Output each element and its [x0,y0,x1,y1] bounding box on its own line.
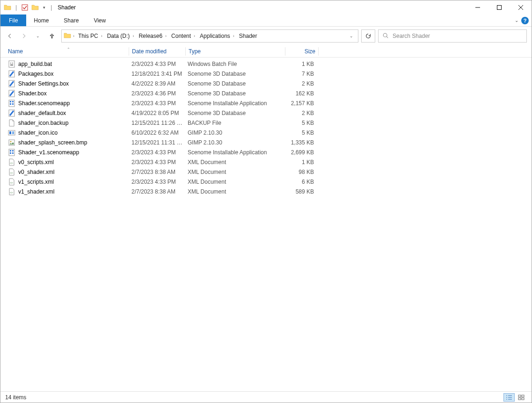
file-list[interactable]: app_build.bat2/3/2023 4:33 PMWindows Bat… [0,58,532,391]
file-date: 12/15/2021 11:26 … [129,120,185,126]
file-row[interactable]: shader_default.box4/19/2022 8:05 PMSceno… [0,108,532,118]
file-size: 1,335 KB [284,139,317,146]
file-date: 6/10/2022 6:32 AM [129,130,185,136]
file-icon: </> [8,188,15,195]
file-name: v1_shader.xml [18,188,54,195]
file-name: Packages.box [18,71,53,77]
properties-icon[interactable] [21,3,29,12]
crumb-this-pc[interactable]: This PC› [76,33,104,39]
file-type: Scenome 3D Database [185,90,284,97]
file-icon [8,129,15,137]
file-icon [8,90,15,97]
file-tab[interactable]: File [0,14,26,26]
column-date[interactable]: Date modified [129,48,185,55]
file-name: Shader.scenomeapp [18,100,70,107]
file-name: app_build.bat [18,61,52,67]
file-row[interactable]: Shader_v1.scenomeapp2/3/2023 4:33 PMScen… [0,147,532,157]
file-row[interactable]: Packages.box12/18/2021 3:41 PMScenome 3D… [0,69,532,79]
crumb-shader[interactable]: Shader [237,33,259,39]
folder-icon [3,3,12,12]
file-row[interactable]: shader_icon.ico6/10/2022 6:32 AMGIMP 2.1… [0,128,532,137]
file-type: Scenome 3D Database [185,80,284,87]
file-name: v1_scripts.xml [18,179,54,185]
column-name[interactable]: ⌃ Name [8,48,129,55]
crumb-content[interactable]: Content› [169,33,197,39]
svg-rect-21 [9,131,11,134]
svg-rect-23 [9,140,15,145]
file-type: XML Document [185,169,284,175]
crumb-data-d[interactable]: Data (D:)› [105,33,136,39]
file-row[interactable]: Shader.scenomeapp2/3/2023 4:33 PMScenome… [0,98,532,108]
column-size[interactable]: Size [285,48,318,55]
ribbon-expand-icon[interactable]: ⌄ [515,18,518,23]
svg-rect-43 [522,398,524,400]
qat-dropdown-icon[interactable]: ▾ [41,3,47,12]
view-large-icons-button[interactable] [516,393,527,402]
minimize-button[interactable] [467,0,488,14]
file-date: 2/3/2023 4:33 PM [129,179,185,185]
column-type[interactable]: Type [186,48,285,55]
file-name: shader_default.box [18,110,66,116]
view-details-button[interactable] [503,393,515,402]
file-size: 5 KB [284,120,317,126]
file-row[interactable]: </>v1_shader.xml2/7/2023 8:38 AMXML Docu… [0,187,532,196]
file-size: 589 KB [284,188,317,195]
tab-view[interactable]: View [86,14,113,26]
tab-home[interactable]: Home [26,14,56,26]
address-dropdown-icon[interactable]: ⌄ [347,34,356,38]
search-icon [382,32,389,40]
svg-point-5 [383,33,387,37]
file-type: Scenome Installable Application [185,149,284,156]
help-icon[interactable]: ? [521,17,529,24]
search-input[interactable] [393,33,523,39]
svg-rect-18 [12,103,14,105]
nav-up-button[interactable] [47,31,57,41]
svg-rect-25 [9,149,15,156]
file-size: 162 KB [284,90,317,97]
svg-rect-40 [518,395,521,397]
file-row[interactable]: Shader.box2/3/2023 4:36 PMScenome 3D Dat… [0,88,532,98]
file-date: 2/3/2023 4:36 PM [129,90,185,97]
new-folder-icon[interactable] [31,3,39,12]
file-row[interactable]: </>v0_scripts.xml2/3/2023 4:33 PMXML Doc… [0,157,532,167]
file-row[interactable]: shader_icon.backup12/15/2021 11:26 …BACK… [0,118,532,128]
file-date: 4/19/2022 8:05 PM [129,110,185,116]
sort-indicator-icon: ⌃ [67,47,70,51]
file-date: 4/2/2022 8:39 AM [129,80,185,87]
svg-rect-0 [22,5,28,10]
file-size: 7 KB [284,71,317,77]
nav-forward-button[interactable] [19,31,29,41]
crumb-release6[interactable]: Release6› [137,33,168,39]
nav-recent-dropdown[interactable]: ⌄ [33,31,43,41]
maximize-button[interactable] [488,0,510,14]
svg-rect-41 [522,395,524,397]
file-type: XML Document [185,179,284,185]
address-bar[interactable]: › This PC› Data (D:)› Release6› Content›… [61,29,358,43]
file-row[interactable]: </>v0_shader.xml2/7/2023 8:38 AMXML Docu… [0,167,532,177]
file-row[interactable]: shader_splash_screen.bmp12/15/2021 11:31… [0,137,532,147]
file-type: XML Document [185,159,284,166]
search-box[interactable] [378,29,527,43]
refresh-button[interactable] [361,29,375,43]
svg-rect-26 [10,150,11,151]
file-type: GIMP 2.10.30 [185,139,284,146]
file-name: v0_scripts.xml [18,159,54,166]
file-icon [8,70,15,78]
file-name: shader_splash_screen.bmp [18,139,87,146]
tab-share[interactable]: Share [56,14,86,26]
address-root-chevron[interactable]: › [73,34,74,38]
close-button[interactable] [510,0,532,14]
file-icon [8,149,15,156]
nav-back-button[interactable] [5,31,15,41]
svg-rect-42 [518,398,521,400]
file-row[interactable]: </>v1_scripts.xml2/3/2023 4:33 PMXML Doc… [0,177,532,187]
file-icon [8,60,15,68]
file-type: GIMP 2.10.30 [185,130,284,136]
file-row[interactable]: Shader Settings.box4/2/2022 8:39 AMSceno… [0,79,532,88]
file-type: BACKUP File [185,120,284,126]
file-type: Scenome 3D Database [185,110,284,116]
file-row[interactable]: app_build.bat2/3/2023 4:33 PMWindows Bat… [0,59,532,69]
ribbon-tabs: File Home Share View ⌄ ? [0,14,532,27]
crumb-applications[interactable]: Applications› [198,33,236,39]
svg-rect-16 [12,101,14,102]
